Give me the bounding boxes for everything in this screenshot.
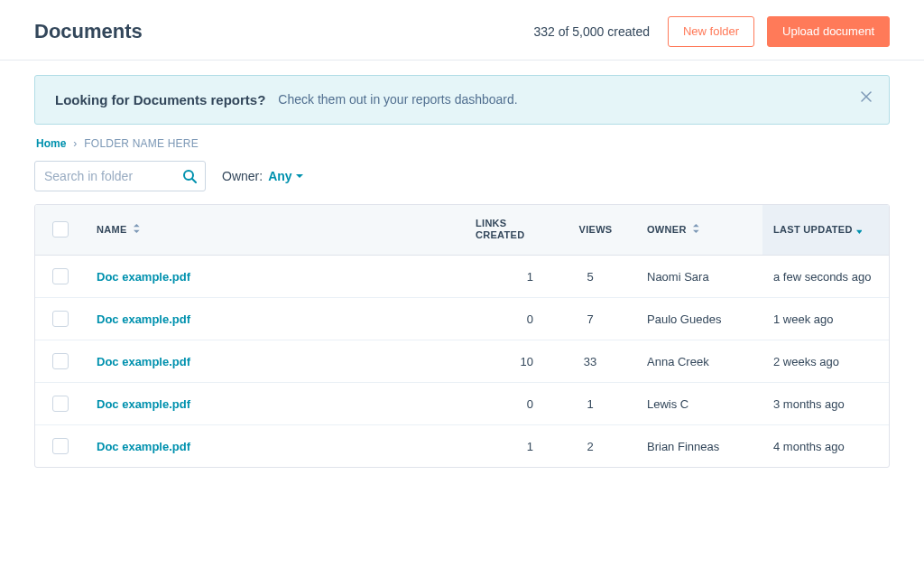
owner-cell: Anna Creek (636, 342, 762, 381)
breadcrumb-current: FOLDER NAME HERE (84, 137, 199, 150)
created-count: 332 of 5,000 created (534, 24, 650, 39)
search-icon[interactable] (182, 169, 197, 183)
table-row: Doc example.pdf 10 33 Anna Creek 2 weeks… (35, 340, 889, 383)
svg-line-3 (192, 179, 196, 182)
column-label: CREATED (476, 229, 544, 242)
views-cell: 33 (555, 342, 636, 381)
owner-cell: Naomi Sara (636, 257, 762, 296)
column-label: LAST UPDATED (773, 224, 853, 235)
column-header-last-updated[interactable]: LAST UPDATED (762, 205, 889, 256)
owner-filter-label: Owner: (222, 169, 263, 183)
row-checkbox[interactable] (52, 311, 69, 327)
reports-banner: Looking for Documents reports? Check the… (34, 75, 890, 125)
document-name[interactable]: Doc example.pdf (86, 342, 465, 381)
document-name[interactable]: Doc example.pdf (86, 257, 465, 296)
chevron-down-icon (296, 174, 303, 178)
views-cell: 7 (555, 300, 636, 339)
views-cell: 5 (555, 257, 636, 296)
views-cell: 1 (555, 385, 636, 424)
owner-cell: Brian Finneas (636, 427, 762, 466)
document-name[interactable]: Doc example.pdf (86, 300, 465, 339)
table-row: Doc example.pdf 0 1 Lewis C 3 months ago (35, 383, 889, 425)
table-row: Doc example.pdf 0 7 Paulo Guedes 1 week … (35, 298, 889, 340)
last-updated-cell: 4 months ago (762, 427, 889, 466)
column-label: LINKS (476, 218, 544, 230)
row-checkbox[interactable] (52, 438, 69, 454)
banner-title: Looking for Documents reports? (55, 92, 265, 107)
row-checkbox[interactable] (52, 353, 69, 369)
sort-icon (693, 224, 700, 233)
table-row: Doc example.pdf 1 5 Naomi Sara a few sec… (35, 256, 889, 298)
upload-document-button[interactable]: Upload document (767, 16, 890, 47)
table-row: Doc example.pdf 1 2 Brian Finneas 4 mont… (35, 425, 889, 467)
owner-cell: Paulo Guedes (636, 300, 762, 339)
last-updated-cell: a few seconds ago (762, 257, 889, 296)
views-cell: 2 (555, 427, 636, 466)
documents-table: NAME LINKS CREATED VIEWS OWNER LAST UPDA… (34, 204, 890, 469)
chevron-right-icon: › (73, 137, 77, 150)
svg-marker-6 (693, 224, 699, 227)
svg-marker-7 (693, 230, 699, 233)
svg-marker-4 (134, 224, 140, 227)
close-icon[interactable] (856, 87, 876, 109)
svg-marker-8 (856, 230, 863, 234)
owner-filter-dropdown[interactable]: Any (268, 169, 302, 183)
banner-subtitle: Check them out in your reports dashboard… (278, 92, 517, 107)
links-created-cell: 10 (465, 342, 555, 381)
links-created-cell: 1 (465, 427, 555, 466)
svg-marker-5 (134, 230, 140, 233)
page-title: Documents (34, 20, 143, 43)
last-updated-cell: 3 months ago (762, 385, 889, 424)
column-label: VIEWS (579, 224, 613, 235)
column-header-views[interactable]: VIEWS (555, 211, 636, 247)
owner-filter-value: Any (268, 169, 291, 183)
new-folder-button[interactable]: New folder (668, 16, 754, 47)
column-label: OWNER (647, 224, 687, 235)
column-header-owner[interactable]: OWNER (636, 211, 762, 247)
links-created-cell: 0 (465, 385, 555, 424)
document-name[interactable]: Doc example.pdf (86, 427, 465, 466)
search-input[interactable] (34, 161, 206, 191)
links-created-cell: 0 (465, 300, 555, 339)
links-created-cell: 1 (465, 257, 555, 296)
row-checkbox[interactable] (52, 396, 69, 412)
last-updated-cell: 1 week ago (762, 300, 889, 339)
sort-icon (134, 224, 141, 233)
last-updated-cell: 2 weeks ago (762, 342, 889, 381)
owner-cell: Lewis C (636, 385, 762, 424)
row-checkbox[interactable] (52, 268, 69, 284)
sort-down-icon (856, 225, 864, 234)
breadcrumb: Home › FOLDER NAME HERE (34, 125, 890, 157)
select-all-checkbox[interactable] (52, 221, 69, 238)
document-name[interactable]: Doc example.pdf (86, 385, 465, 424)
column-header-name[interactable]: NAME (86, 211, 465, 247)
column-header-links-created[interactable]: LINKS CREATED (465, 205, 555, 256)
breadcrumb-home[interactable]: Home (36, 137, 66, 150)
column-label: NAME (97, 224, 127, 235)
